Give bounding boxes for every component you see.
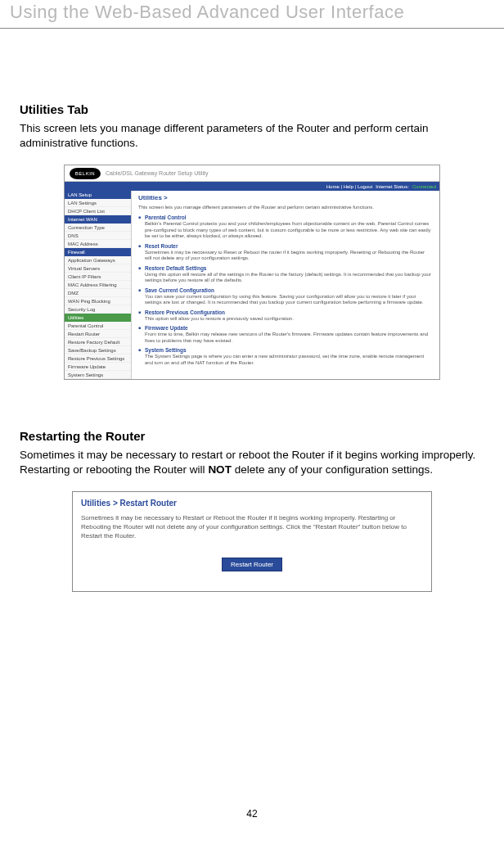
sidebar-heading: Firewall bbox=[65, 248, 131, 256]
restart-desc: Sometimes it may be necessary to Restart… bbox=[81, 514, 423, 540]
utilities-breadcrumb: Utilities > bbox=[138, 194, 433, 201]
utilities-list-item: Restore Previous ConfigurationThis optio… bbox=[138, 309, 433, 323]
sidebar-heading: Internet WAN bbox=[65, 215, 131, 224]
sidebar-item[interactable]: MAC Address Filtering bbox=[65, 281, 131, 289]
restarting-desc-post: delete any of your configuration setting… bbox=[232, 463, 433, 476]
utilities-list: Parental ControlBelkin's Parental Contro… bbox=[138, 215, 433, 366]
restarting-desc: Sometimes it may be necessary to restart… bbox=[20, 448, 484, 476]
belkin-logo: BELKIN bbox=[70, 168, 101, 179]
utility-item-desc: Sometimes it may be neccessary to Reset … bbox=[145, 250, 433, 262]
sidebar-item[interactable]: Security Log bbox=[65, 305, 131, 314]
restart-router-screenshot: Utilities > Restart Router Sometimes it … bbox=[72, 491, 432, 591]
sidebar-item[interactable]: Client IP Filters bbox=[65, 273, 131, 281]
utility-item-desc: Belkin's Parental Control protects you a… bbox=[145, 221, 433, 240]
sidebar-item[interactable]: DHCP Client List bbox=[65, 207, 131, 215]
sidebar-item[interactable]: Restore Factory Default bbox=[65, 338, 131, 346]
restarting-heading: Restarting the Router bbox=[20, 429, 484, 443]
restart-breadcrumb: Utilities > Restart Router bbox=[81, 499, 423, 508]
utilities-list-item: System SettingsThe System Settings page … bbox=[138, 347, 433, 366]
sidebar-item[interactable]: DMZ bbox=[65, 289, 131, 297]
sidebar-heading: Utilities bbox=[65, 314, 131, 322]
sidebar-item[interactable]: MAC Address bbox=[65, 240, 131, 248]
utilities-list-item: Save Current ConfigurationYou can save y… bbox=[138, 287, 433, 306]
internet-status-value: Connected bbox=[412, 184, 436, 189]
sidebar-item[interactable]: Virtual Servers bbox=[65, 264, 131, 273]
sidebar-item[interactable]: Parental Control bbox=[65, 322, 131, 330]
internet-status-label: Internet Status: bbox=[376, 184, 409, 189]
utility-item-title[interactable]: Restore Default Settings bbox=[145, 265, 207, 271]
utilities-list-item: Parental ControlBelkin's Parental Contro… bbox=[138, 215, 433, 240]
utilities-tab-heading: Utilities Tab bbox=[20, 102, 484, 116]
setup-utility-label: Cable/DSL Gateway Router Setup Utility bbox=[106, 170, 208, 176]
restart-button-row: Restart Router bbox=[81, 558, 423, 571]
utility-item-title[interactable]: Save Current Configuration bbox=[145, 287, 214, 293]
sidebar-item[interactable]: Application Gateways bbox=[65, 256, 131, 264]
top-nav-bar: Home | Help | Logout Internet Status: Co… bbox=[65, 182, 439, 191]
utilities-list-item: Restore Default SettingsUsing this optio… bbox=[138, 265, 433, 284]
screenshot-body: LAN SetupLAN SettingsDHCP Client ListInt… bbox=[65, 191, 439, 379]
utilities-screenshot: BELKIN Cable/DSL Gateway Router Setup Ut… bbox=[64, 165, 440, 380]
sidebar-item[interactable]: Restore Previous Settings bbox=[65, 355, 131, 363]
main-panel: Utilities > This screen lets you manage … bbox=[132, 191, 439, 379]
screenshot-header: BELKIN Cable/DSL Gateway Router Setup Ut… bbox=[65, 165, 439, 182]
utilities-intro: This screen lets you manage different pa… bbox=[138, 205, 433, 210]
utility-item-desc: This option will allow you to restore a … bbox=[145, 316, 433, 323]
utility-item-desc: Using this option will restore all of th… bbox=[145, 272, 433, 284]
sidebar-item[interactable]: System Settings bbox=[65, 371, 131, 379]
page-header: Using the Web-Based Advanced User Interf… bbox=[0, 0, 504, 29]
utilities-tab-desc: This screen lets you manage different pa… bbox=[20, 121, 484, 150]
utilities-list-item: Firmware UpdateFrom time to time, Belkin… bbox=[138, 325, 433, 344]
sidebar-item[interactable]: LAN Settings bbox=[65, 199, 131, 207]
sidebar-item[interactable]: DNS bbox=[65, 232, 131, 240]
utility-item-desc: You can save your current configuration … bbox=[145, 294, 433, 306]
restart-router-button[interactable]: Restart Router bbox=[222, 558, 282, 571]
sidebar-item[interactable]: Save/Backup Settings bbox=[65, 346, 131, 355]
utility-item-title[interactable]: Reset Router bbox=[145, 243, 178, 249]
top-nav-links[interactable]: Home | Help | Logout bbox=[326, 184, 372, 189]
sidebar-item[interactable]: WAN Ping Blocking bbox=[65, 297, 131, 305]
utility-item-desc: From time to time, Belkin may release ne… bbox=[145, 332, 433, 344]
sidebar: LAN SetupLAN SettingsDHCP Client ListInt… bbox=[65, 191, 132, 379]
sidebar-item[interactable]: Firmware Update bbox=[65, 363, 131, 371]
utility-item-title[interactable]: Firmware Update bbox=[145, 325, 188, 331]
sidebar-heading: LAN Setup bbox=[65, 191, 131, 199]
utility-item-title[interactable]: Parental Control bbox=[145, 215, 187, 220]
restarting-desc-not: NOT bbox=[208, 463, 232, 476]
page-content: Utilities Tab This screen lets you manag… bbox=[0, 29, 504, 592]
utility-item-title[interactable]: System Settings bbox=[145, 347, 187, 353]
utilities-list-item: Reset RouterSometimes it may be neccessa… bbox=[138, 243, 433, 262]
utility-item-title[interactable]: Restore Previous Configuration bbox=[145, 309, 225, 315]
sidebar-item[interactable]: Connection Type bbox=[65, 224, 131, 232]
utility-item-desc: The System Settings page is where you ca… bbox=[145, 354, 433, 366]
page-number: 42 bbox=[0, 808, 504, 820]
sidebar-item[interactable]: Restart Router bbox=[65, 330, 131, 338]
